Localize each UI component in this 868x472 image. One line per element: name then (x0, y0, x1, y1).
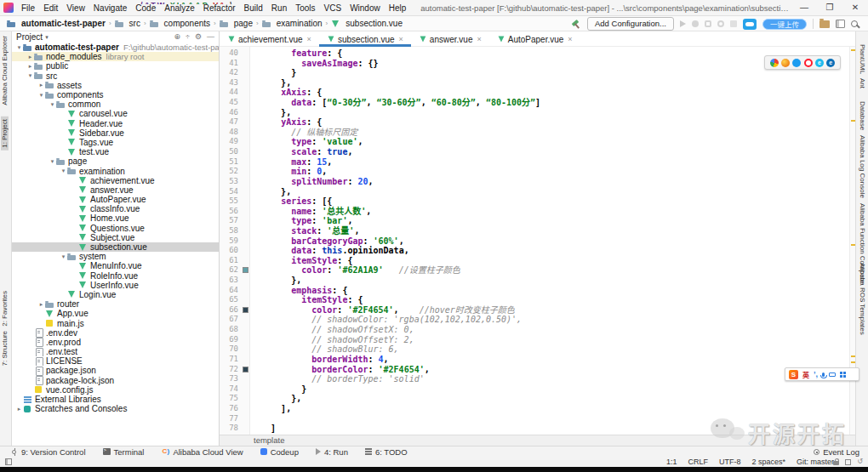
tree-item-vue.config.js[interactable]: vue.config.js (12, 385, 219, 395)
toolwindow-Terminal[interactable]: Terminal (103, 447, 145, 457)
tree-item-External Libraries[interactable]: External Libraries (12, 395, 219, 404)
tree-item-Sidebar.vue[interactable]: Sidebar.vue (12, 128, 219, 138)
upload-button[interactable]: 一键上传 (762, 19, 807, 30)
menu-edit[interactable]: Edit (39, 3, 62, 13)
keyboard-icon[interactable] (829, 372, 836, 377)
minimize-button[interactable]: — (791, 0, 817, 15)
indicator-icon[interactable] (845, 459, 851, 465)
tree-item-.env.test[interactable]: .env.test (12, 347, 219, 356)
menu-file[interactable]: File (17, 3, 39, 13)
tree-item-AutoPaper.vue[interactable]: AutoPaper.vue (12, 195, 219, 204)
tool-tab-Alibaba-Log-Console[interactable]: Alibaba Log Console (859, 135, 866, 198)
tree-item-Home.vue[interactable]: Home.vue (12, 213, 219, 223)
close-button[interactable]: ✕ (842, 0, 868, 15)
run-icon[interactable] (680, 20, 686, 27)
tree-item-page[interactable]: ▾page (12, 156, 219, 166)
tab-AutoPaper.vue[interactable]: AutoPaper.vue× (489, 31, 580, 47)
close-icon[interactable]: × (568, 35, 572, 43)
sogou-logo-icon[interactable]: S (789, 370, 798, 379)
breadcrumb-item-components[interactable]: components (150, 19, 210, 28)
tree-item-components[interactable]: ▾components (12, 90, 219, 100)
status-UTF-8[interactable]: UTF-8 (719, 458, 741, 466)
tree-item-test.vue[interactable]: test.vue (12, 147, 219, 156)
status-1-1[interactable]: 1:1 (666, 458, 677, 466)
breadcrumb-item-subsection.vue[interactable]: subsection.vue (331, 19, 403, 28)
code-editor[interactable]: 40 feature: {41 saveAsImage: {}42 }43 },… (220, 47, 849, 435)
menu-vcs[interactable]: VCS (320, 3, 346, 13)
hide-panel-icon[interactable]: — (207, 31, 214, 43)
tab-achievement.vue[interactable]: achievement.vue× (220, 31, 319, 47)
tree-item-system[interactable]: ▾system (12, 252, 219, 261)
close-icon[interactable]: × (477, 35, 481, 43)
tree-item-classInfo.vue[interactable]: classInfo.vue (12, 204, 219, 213)
tree-item-.env.dev[interactable]: .env.dev (12, 328, 219, 338)
tree-item-RoleInfo.vue[interactable]: RoleInfo.vue (12, 271, 219, 281)
tab-subsection.vue[interactable]: subsection.vue× (319, 31, 411, 47)
breadcrumb-item-page[interactable]: page (220, 19, 253, 28)
refresh-icon[interactable]: ↺ (857, 458, 863, 465)
tree-item-LICENSE[interactable]: LICENSE (12, 356, 219, 366)
toolwindow-6-TODO[interactable]: 6: TODO (365, 447, 408, 457)
tree-item-Header.vue[interactable]: Header.vue (12, 119, 219, 128)
status-2-spaces-[interactable]: 2 spaces* (751, 458, 785, 466)
tree-item-package-lock.json[interactable]: package-lock.json (12, 376, 219, 385)
project-folder-icon[interactable] (819, 20, 830, 28)
locate-file-icon[interactable]: ⊕ (174, 31, 180, 43)
coverage-icon[interactable] (705, 20, 711, 27)
sogou-ime-toolbar[interactable]: S 英 ’, (785, 367, 859, 381)
profiler-icon[interactable] (717, 20, 724, 27)
menu-window[interactable]: Window (345, 3, 385, 13)
close-icon[interactable]: × (307, 35, 311, 43)
tree-item-src[interactable]: ▾src (12, 71, 219, 81)
menu-build[interactable]: Build (240, 3, 267, 13)
tree-item-carousel.vue[interactable]: carousel.vue (12, 109, 219, 118)
chevron-down-icon[interactable]: ▾ (45, 34, 49, 41)
breadcrumb-item-examination[interactable]: examination (262, 19, 323, 28)
menu-tools[interactable]: Tools (291, 3, 319, 13)
tool-tab-1-Project[interactable]: 1: Project (1, 117, 9, 151)
project-panel-title[interactable]: Project (16, 32, 43, 42)
sogou-language-toggle[interactable]: 英 (802, 370, 809, 379)
toolwindow-toggle-icon[interactable] (5, 458, 12, 465)
debug-icon[interactable] (692, 20, 699, 27)
tree-item-UserInfo.vue[interactable]: UserInfo.vue (12, 281, 219, 290)
tree-item-automatic-test-paper[interactable]: ▾automatic-test-paperF:\github\automatic… (12, 43, 219, 52)
tree-item-MenuInfo.vue[interactable]: MenuInfo.vue (12, 261, 219, 270)
tree-item-.env.prod[interactable]: .env.prod (12, 338, 219, 347)
settings-gear-icon[interactable]: ⚙ (195, 31, 202, 43)
edge-icon[interactable]: e (826, 59, 835, 67)
status-Git-master[interactable]: Git: master (797, 458, 834, 466)
menu-run[interactable]: Run (267, 3, 291, 13)
lock-icon[interactable] (833, 461, 839, 465)
toolbox-grid-icon[interactable] (840, 372, 842, 374)
breadcrumb-item-src[interactable]: src (115, 19, 140, 28)
tree-item-package.json[interactable]: package.json (12, 366, 219, 375)
tree-item-common[interactable]: ▾common (12, 100, 219, 109)
restore-layout-icon[interactable] (836, 20, 845, 28)
close-icon[interactable]: × (399, 35, 403, 43)
menu-navigate[interactable]: Navigate (89, 3, 131, 13)
tree-item-node_modules[interactable]: ▸node_moduleslibrary root (12, 52, 219, 61)
menu-view[interactable]: View (62, 3, 89, 13)
alibaba-cloud-icon[interactable] (743, 19, 757, 30)
status-CRLF[interactable]: CRLF (688, 458, 708, 466)
microphone-icon[interactable] (822, 372, 825, 377)
menu-analyze[interactable]: Analyze (160, 3, 199, 13)
tree-item-main.js[interactable]: main.js (12, 318, 219, 327)
tool-tab-PlantUML[interactable]: PlantUML (859, 44, 866, 74)
tool-tab-7-Structure[interactable]: 7: Structure (1, 331, 9, 366)
chrome-icon[interactable] (770, 59, 779, 67)
tree-item-router[interactable]: ▸router (12, 299, 219, 309)
tree-item-public[interactable]: ▸public (12, 61, 219, 71)
toolwindow-9-Version-Control[interactable]: 9: Version Control (12, 447, 86, 457)
tree-item-subsection.vue[interactable]: subsection.vue (12, 242, 219, 252)
menu-help[interactable]: Help (385, 3, 411, 13)
menu-refactor[interactable]: Refactor (199, 3, 240, 13)
tool-tab-Alibaba-Cloud-Explorer[interactable]: Alibaba Cloud Explorer (1, 36, 9, 105)
tree-item-Scratches and Consoles[interactable]: ▸Scratches and Consoles (12, 404, 219, 413)
tool-tab-Ant[interactable]: Ant (859, 78, 866, 88)
tool-tab-Alibaba-ROS-Templates[interactable]: Alibaba ROS Templates (859, 263, 866, 335)
breadcrumb-template[interactable]: template (254, 435, 284, 445)
event-log-button[interactable]: Event Log (814, 447, 859, 457)
opera-icon[interactable] (804, 59, 813, 67)
